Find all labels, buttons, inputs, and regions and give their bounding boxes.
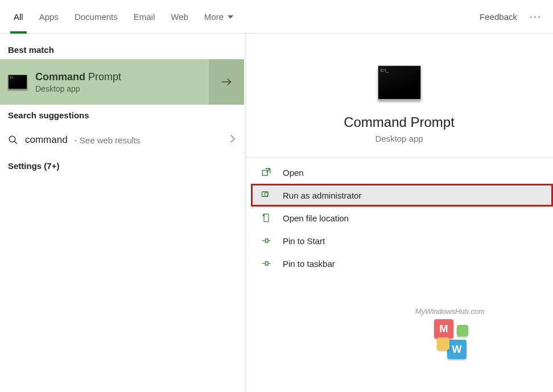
- command-prompt-icon: [8, 75, 27, 89]
- action-label: Pin to taskbar: [283, 259, 335, 269]
- section-best-match: Best match: [0, 39, 244, 59]
- tab-email[interactable]: Email: [126, 0, 163, 33]
- open-icon: [261, 167, 271, 178]
- folder-icon: [261, 213, 271, 223]
- best-match-result[interactable]: Command Prompt Desktop app: [0, 59, 209, 105]
- feedback-button[interactable]: Feedback: [473, 0, 524, 33]
- search-icon: [8, 135, 18, 145]
- results-pane: Best match Command Prompt Desktop app Se…: [0, 34, 245, 392]
- svg-rect-3: [262, 170, 267, 175]
- web-suggestion[interactable]: command - See web results: [0, 125, 244, 155]
- best-match-title: Command Prompt: [35, 71, 121, 83]
- action-label: Pin to Start: [283, 236, 325, 246]
- actions-list: Open Run as administrator Open file loca…: [245, 158, 553, 275]
- action-open[interactable]: Open: [245, 161, 553, 184]
- pin-start-icon: [261, 236, 271, 246]
- chevron-down-icon: [227, 12, 234, 22]
- tab-documents[interactable]: Documents: [67, 0, 126, 33]
- overflow-menu-button[interactable]: ···: [524, 11, 547, 23]
- svg-line-2: [14, 141, 17, 144]
- search-filter-tabs: All Apps Documents Email Web More Feedba…: [0, 0, 553, 34]
- best-match-subtitle: Desktop app: [35, 84, 121, 93]
- tab-more[interactable]: More: [196, 0, 242, 33]
- section-search-suggestions: Search suggestions: [0, 105, 244, 125]
- action-pin-to-start[interactable]: Pin to Start: [245, 229, 553, 252]
- action-label: Run as administrator: [283, 191, 361, 200]
- svg-point-1: [9, 136, 15, 142]
- suggestion-query: command: [25, 134, 68, 146]
- tab-web[interactable]: Web: [163, 0, 196, 33]
- suggestion-trailer: - See web results: [75, 135, 141, 145]
- action-label: Open: [283, 168, 304, 178]
- preview-subtitle: Desktop app: [375, 134, 423, 143]
- action-open-file-location[interactable]: Open file location: [245, 207, 553, 229]
- action-pin-to-taskbar[interactable]: Pin to taskbar: [245, 252, 553, 275]
- preview-title: Command Prompt: [344, 114, 455, 130]
- action-label: Open file location: [283, 213, 349, 223]
- tab-apps[interactable]: Apps: [31, 0, 67, 33]
- expand-arrow-button[interactable]: [209, 59, 244, 105]
- section-settings[interactable]: Settings (7+): [0, 155, 244, 175]
- action-run-as-administrator[interactable]: Run as administrator: [251, 184, 553, 207]
- command-prompt-icon: [378, 65, 421, 100]
- pin-taskbar-icon: [261, 258, 271, 269]
- chevron-right-icon: [229, 134, 236, 146]
- preview-pane: Command Prompt Desktop app Open Run as: [245, 34, 553, 392]
- admin-shield-icon: [261, 190, 271, 200]
- tab-all[interactable]: All: [6, 0, 31, 33]
